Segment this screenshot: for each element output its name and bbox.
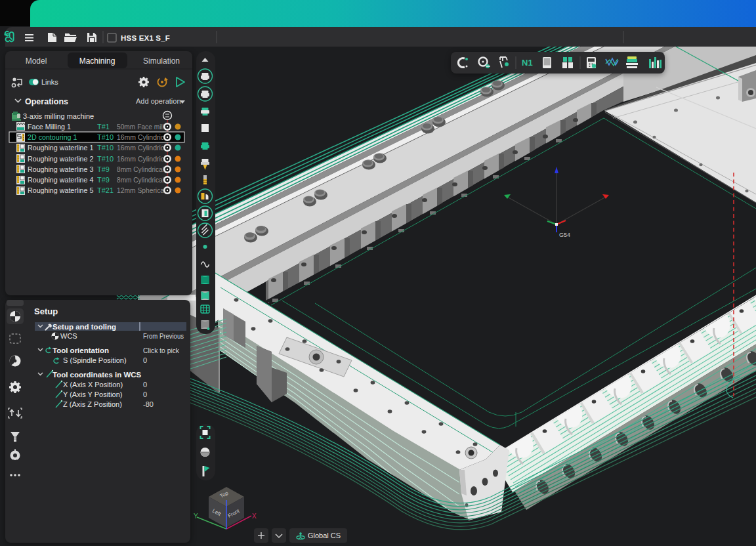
svg-text:Tool orientation: Tool orientation (52, 346, 109, 354)
svg-text:Setup and tooling: Setup and tooling (52, 323, 116, 331)
svg-text:2D contouring 1: 2D contouring 1 (28, 133, 77, 141)
svg-text:-80: -80 (143, 400, 154, 408)
svg-text:0: 0 (143, 356, 147, 364)
svg-text:Simulation: Simulation (143, 56, 180, 66)
svg-text:Face Milling 1: Face Milling 1 (28, 123, 71, 131)
svg-text:Y (Axis Y Position): Y (Axis Y Position) (63, 390, 123, 398)
svg-text:T#9: T#9 (97, 165, 110, 173)
svg-text:0: 0 (143, 390, 147, 398)
svg-text:T#10: T#10 (97, 133, 114, 141)
svg-text:Add operation: Add operation (136, 97, 181, 105)
svg-text:Click to pick: Click to pick (143, 346, 179, 354)
svg-text:From Previous: From Previous (143, 332, 184, 340)
svg-text:Operations: Operations (25, 97, 68, 106)
svg-text:T#10: T#10 (97, 155, 114, 163)
svg-text:X (Axis X Position): X (Axis X Position) (63, 381, 123, 388)
svg-text:WCS: WCS (60, 332, 77, 340)
svg-text:Y: Y (194, 513, 198, 520)
svg-text:16mm Cylindric: 16mm Cylindric (117, 155, 164, 163)
svg-text:Roughing waterline 5: Roughing waterline 5 (28, 186, 93, 194)
svg-text:50mm Face mill: 50mm Face mill (117, 123, 164, 131)
svg-text:Global CS: Global CS (308, 532, 341, 539)
svg-text:S (Spindle Position): S (Spindle Position) (63, 356, 127, 364)
svg-text:Model: Model (26, 56, 47, 66)
svg-text:Roughing waterline 1: Roughing waterline 1 (28, 144, 93, 152)
svg-text:G54: G54 (559, 232, 570, 238)
svg-text:T#1: T#1 (97, 123, 110, 131)
svg-text:T#21: T#21 (97, 186, 114, 194)
svg-text:8mm Cylindrical: 8mm Cylindrical (117, 176, 164, 184)
svg-text:T#9: T#9 (97, 176, 110, 184)
svg-text:T#10: T#10 (97, 144, 114, 152)
svg-text:8mm Cylindrical: 8mm Cylindrical (117, 165, 164, 173)
svg-text:Tool coordinates in WCS: Tool coordinates in WCS (52, 371, 142, 379)
svg-text:16mm Cylindric: 16mm Cylindric (117, 144, 164, 152)
svg-text:Setup: Setup (34, 306, 58, 316)
svg-text:X: X (252, 513, 257, 520)
svg-text:16mm Cylindric: 16mm Cylindric (117, 133, 164, 141)
svg-text:HSS EX1 S_F: HSS EX1 S_F (121, 34, 170, 42)
svg-text:Machining: Machining (79, 56, 116, 66)
svg-text:Roughing waterline 4: Roughing waterline 4 (28, 176, 93, 184)
svg-text:12mm Spherica: 12mm Spherica (117, 186, 165, 194)
svg-text:Roughing waterline 3: Roughing waterline 3 (28, 165, 93, 173)
svg-text:0: 0 (143, 381, 147, 388)
svg-text:Z (Axis Z Position): Z (Axis Z Position) (63, 400, 122, 408)
svg-text:Roughing waterline 2: Roughing waterline 2 (28, 155, 93, 163)
svg-text:3-axis milling machine: 3-axis milling machine (23, 112, 94, 120)
svg-text:Links: Links (41, 78, 58, 86)
svg-text:N1: N1 (522, 58, 533, 68)
